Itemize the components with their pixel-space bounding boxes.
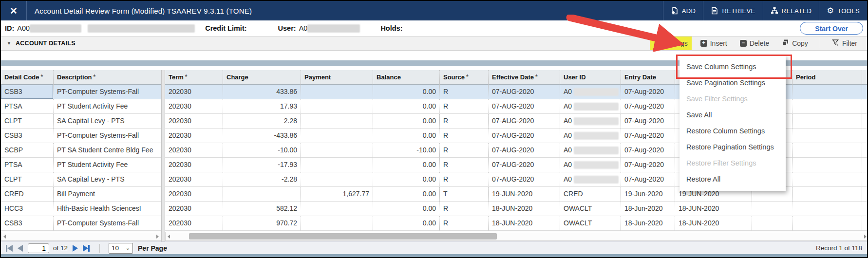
- cell-term[interactable]: 202030: [165, 187, 223, 202]
- table-row[interactable]: CLPTSA Capital Levy - PTS: [1, 172, 161, 187]
- cell-source[interactable]: R: [439, 172, 488, 187]
- col-header-period[interactable]: Period: [792, 70, 862, 85]
- cell-detail_code[interactable]: SCBP: [1, 143, 53, 158]
- cell-user_id[interactable]: A0: [560, 158, 621, 172]
- cell-detail_code[interactable]: CLPT: [1, 114, 53, 129]
- cell-source[interactable]: T: [439, 187, 488, 202]
- cell-term[interactable]: 202030: [165, 129, 223, 143]
- cell-period[interactable]: [792, 143, 862, 158]
- cell-charge[interactable]: -17.93: [223, 158, 301, 172]
- cell-detail_code[interactable]: CRED: [1, 187, 53, 202]
- table-row[interactable]: 202030970.720.00R18-JUN-2020OWACLT18-Jun…: [165, 216, 868, 231]
- cell-term[interactable]: 202030: [165, 99, 223, 114]
- cell-description[interactable]: PT-Computer Systems-Fall: [53, 216, 161, 231]
- cell-payment[interactable]: [301, 202, 373, 216]
- col-header-effective_date[interactable]: Effective Date*: [488, 70, 560, 85]
- cell-term[interactable]: 202030: [165, 143, 223, 158]
- cell-user_id[interactable]: OWACLT: [560, 216, 621, 231]
- cell-effective_date[interactable]: 07-AUG-2020: [488, 85, 560, 99]
- cell-payment[interactable]: [301, 216, 373, 231]
- cell-balance[interactable]: 0.00: [373, 172, 439, 187]
- cell-edge[interactable]: [862, 216, 868, 231]
- cell-edge[interactable]: [862, 158, 868, 172]
- cell-balance[interactable]: 0.00: [373, 85, 439, 99]
- cell-description[interactable]: SA Capital Levy - PTS: [53, 114, 161, 129]
- cell-detail_code[interactable]: CSB3: [1, 85, 53, 99]
- cell-term[interactable]: 202030: [165, 114, 223, 129]
- cell-hidden_a[interactable]: 18-JUN-2020: [675, 202, 752, 216]
- cell-user_id[interactable]: A0: [560, 143, 621, 158]
- table-row[interactable]: SCBPPT SA Student Centre Bldg Fee: [1, 143, 161, 158]
- table-row[interactable]: HCC3Hlth-Basic Health SciencesI: [1, 202, 161, 216]
- cell-user_id[interactable]: A0: [560, 85, 621, 99]
- cell-payment[interactable]: [301, 172, 373, 187]
- cell-entry_date[interactable]: 07-Aug-2020: [621, 85, 675, 99]
- table-row[interactable]: PTSAPT Student Activity Fee: [1, 158, 161, 172]
- cell-entry_date[interactable]: 07-Aug-2020: [621, 158, 675, 172]
- cell-entry_date[interactable]: 19-Jun-2020: [621, 187, 675, 202]
- cell-term[interactable]: 202030: [165, 172, 223, 187]
- cell-payment[interactable]: [301, 85, 373, 99]
- cell-description[interactable]: PT-Computer Systems-Fall: [53, 129, 161, 143]
- cell-user_id[interactable]: OWACLT: [560, 202, 621, 216]
- cell-description[interactable]: PT-Computer Systems-Fall: [53, 85, 161, 99]
- related-button[interactable]: RELATED: [763, 1, 819, 20]
- menu-item-restore-column-settings[interactable]: Restore Column Settings: [679, 123, 786, 139]
- cell-user_id[interactable]: CRED: [560, 187, 621, 202]
- cell-entry_date[interactable]: 07-Aug-2020: [621, 114, 675, 129]
- cell-effective_date[interactable]: 07-AUG-2020: [488, 114, 560, 129]
- pane-splitter[interactable]: [161, 70, 165, 241]
- scrollbar-thumb[interactable]: [189, 233, 497, 240]
- cell-edge[interactable]: [862, 172, 868, 187]
- cell-balance[interactable]: -10.00: [373, 143, 439, 158]
- cell-period[interactable]: [792, 114, 862, 129]
- cell-detail_code[interactable]: PTSA: [1, 158, 53, 172]
- cell-entry_date[interactable]: 07-Aug-2020: [621, 143, 675, 158]
- cell-description[interactable]: Bill Payment: [53, 187, 161, 202]
- cell-source[interactable]: R: [439, 99, 488, 114]
- table-row[interactable]: CSB3PT-Computer Systems-Fall: [1, 216, 161, 231]
- cell-charge[interactable]: -2.28: [223, 172, 301, 187]
- last-page-icon[interactable]: [83, 245, 90, 252]
- cell-description[interactable]: PT SA Student Centre Bldg Fee: [53, 143, 161, 158]
- col-header-balance[interactable]: Balance: [373, 70, 439, 85]
- cell-effective_date[interactable]: 07-AUG-2020: [488, 129, 560, 143]
- menu-item-save-column-settings[interactable]: Save Column Settings: [679, 59, 786, 75]
- cell-entry_date[interactable]: 07-Aug-2020: [621, 99, 675, 114]
- cell-detail_code[interactable]: PTSA: [1, 99, 53, 114]
- cell-balance[interactable]: 0.00: [373, 216, 439, 231]
- table-row[interactable]: PTSAPT Student Activity Fee: [1, 99, 161, 114]
- col-header-payment[interactable]: Payment: [301, 70, 373, 85]
- page-number-input[interactable]: [28, 243, 49, 253]
- cell-edge[interactable]: [862, 187, 868, 202]
- cell-term[interactable]: 202030: [165, 158, 223, 172]
- cell-source[interactable]: R: [439, 202, 488, 216]
- cell-term[interactable]: 202030: [165, 85, 223, 99]
- scroll-left-icon[interactable]: [168, 235, 170, 239]
- cell-hidden_a[interactable]: 18-JUN-2020: [675, 216, 752, 231]
- scroll-right-icon[interactable]: [864, 235, 867, 239]
- cell-detail_code[interactable]: CSB3: [1, 216, 53, 231]
- cell-charge[interactable]: [223, 187, 301, 202]
- cell-charge[interactable]: 582.12: [223, 202, 301, 216]
- cell-user_id[interactable]: A0: [560, 129, 621, 143]
- cell-entry_date[interactable]: 07-Aug-2020: [621, 172, 675, 187]
- menu-item-save-all[interactable]: Save All: [679, 107, 786, 123]
- col-header-entry_date[interactable]: Entry Date: [621, 70, 675, 85]
- insert-button[interactable]: + Insert: [697, 37, 731, 50]
- cell-balance[interactable]: 0.00: [373, 158, 439, 172]
- next-page-icon[interactable]: [73, 245, 78, 252]
- cell-detail_code[interactable]: CLPT: [1, 172, 53, 187]
- cell-effective_date[interactable]: 19-JUN-2020: [488, 187, 560, 202]
- cell-charge[interactable]: 2.28: [223, 114, 301, 129]
- cell-user_id[interactable]: A0: [560, 99, 621, 114]
- cell-description[interactable]: Hlth-Basic Health SciencesI: [53, 202, 161, 216]
- cell-period[interactable]: [792, 99, 862, 114]
- cell-effective_date[interactable]: 07-AUG-2020: [488, 143, 560, 158]
- cell-entry_date[interactable]: 07-Aug-2020: [621, 129, 675, 143]
- cell-description[interactable]: PT Student Activity Fee: [53, 99, 161, 114]
- cell-term[interactable]: 202030: [165, 202, 223, 216]
- menu-item-save-pagination-settings[interactable]: Save Pagination Settings: [679, 75, 786, 91]
- cell-charge[interactable]: 970.72: [223, 216, 301, 231]
- cell-period[interactable]: [792, 85, 862, 99]
